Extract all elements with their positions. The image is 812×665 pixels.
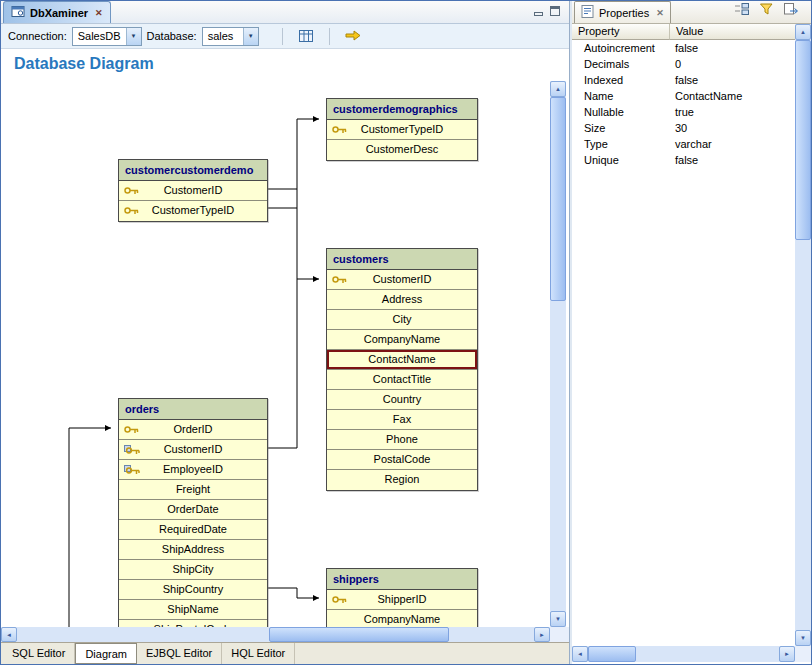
horizontal-scrollbar[interactable]: ◄ ► [572, 646, 795, 662]
tab-ejbql-editor[interactable]: EJBQL Editor [137, 643, 222, 664]
scroll-down-icon[interactable]: ▼ [795, 630, 811, 646]
entity-column-Phone[interactable]: Phone [327, 430, 477, 450]
properties-header: Property Value [572, 24, 795, 40]
entity-column-label: ShipCity [173, 563, 214, 575]
tab-dbxaminer[interactable]: DbXaminer ✕ [3, 1, 111, 23]
restore-default-value-icon[interactable] [783, 2, 799, 18]
connection-select[interactable]: SalesDB ▼ [72, 27, 142, 46]
database-select[interactable]: sales ▼ [202, 27, 259, 46]
scroll-left-icon[interactable]: ◄ [572, 646, 588, 662]
entity-column-CompanyName[interactable]: CompanyName [327, 330, 477, 350]
tab-hql-editor[interactable]: HQL Editor [222, 643, 295, 664]
entity-column-OrderDate[interactable]: OrderDate [119, 500, 267, 520]
entity-table-title[interactable]: orders [119, 399, 267, 420]
scroll-up-icon[interactable]: ▲ [550, 81, 566, 97]
entity-column-RequiredDate[interactable]: RequiredDate [119, 520, 267, 540]
horizontal-scrollbar[interactable]: ◄ ► [1, 627, 550, 642]
property-value: 0 [670, 56, 795, 72]
entity-column-ShipCity[interactable]: ShipCity [119, 560, 267, 580]
show-advanced-properties-icon[interactable] [759, 2, 774, 18]
entity-table-title[interactable]: customercustomerdemo [119, 160, 267, 181]
entity-column-label: Address [382, 293, 422, 305]
scroll-down-icon[interactable]: ▼ [550, 611, 566, 627]
view-buttons [534, 6, 569, 23]
entity-column-Address[interactable]: Address [327, 290, 477, 310]
entity-column-CustomerTypeID[interactable]: CustomerTypeID [119, 201, 267, 221]
entity-column-Region[interactable]: Region [327, 470, 477, 490]
entity-column-ShipPostalCode[interactable]: ShipPostalCode [119, 620, 267, 627]
property-row-size[interactable]: Size30 [572, 120, 795, 136]
entity-column-Fax[interactable]: Fax [327, 410, 477, 430]
vertical-scrollbar[interactable]: ▲ ▼ [550, 81, 566, 627]
entity-table-customercustomerdemo[interactable]: customercustomerdemoCustomerIDCustomerTy… [118, 159, 268, 222]
entity-column-ShipAddress[interactable]: ShipAddress [119, 540, 267, 560]
scroll-left-icon[interactable]: ◄ [1, 627, 17, 642]
tab-properties[interactable]: Properties ✕ [574, 1, 671, 23]
show-categories-icon[interactable] [734, 2, 750, 18]
entity-column-OrderID[interactable]: OrderID [119, 420, 267, 440]
entity-column-ShipperID[interactable]: ShipperID [327, 590, 477, 610]
entity-table-shippers[interactable]: shippersShipperIDCompanyName [326, 568, 478, 627]
sync-icon[interactable] [342, 27, 364, 46]
entity-table-title[interactable]: customers [327, 249, 477, 270]
dropdown-arrow-icon[interactable]: ▼ [126, 28, 141, 45]
entity-column-CustomerTypeID[interactable]: CustomerTypeID [327, 120, 477, 140]
scroll-right-icon[interactable]: ► [779, 646, 795, 662]
entity-column-label: CompanyName [364, 613, 440, 625]
horizontal-scrollbar-thumb[interactable] [588, 646, 636, 662]
application-window: DbXaminer ✕ Connection: SalesDB ▼ Databa… [0, 0, 812, 665]
entity-column-label: CustomerID [164, 443, 223, 455]
property-row-autoincrement[interactable]: Autoincrementfalse [572, 40, 795, 56]
entity-column-ShipName[interactable]: ShipName [119, 600, 267, 620]
entity-column-CompanyName[interactable]: CompanyName [327, 610, 477, 627]
dropdown-arrow-icon[interactable]: ▼ [243, 28, 258, 45]
entity-column-CustomerID[interactable]: CustomerID [119, 440, 267, 460]
entity-column-City[interactable]: City [327, 310, 477, 330]
toolbar-separator [329, 28, 330, 45]
property-row-name[interactable]: NameContactName [572, 88, 795, 104]
horizontal-scrollbar-thumb[interactable] [269, 627, 449, 642]
entity-column-label: Fax [393, 413, 411, 425]
property-row-indexed[interactable]: Indexedfalse [572, 72, 795, 88]
entity-column-EmployeeID[interactable]: EmployeeID [119, 460, 267, 480]
tab-sql-editor[interactable]: SQL Editor [3, 643, 75, 664]
entity-column-Country[interactable]: Country [327, 390, 477, 410]
vertical-scrollbar[interactable]: ▲ ▼ [795, 24, 811, 646]
grid-icon[interactable] [295, 27, 317, 46]
vertical-scrollbar-thumb[interactable] [795, 40, 811, 240]
entity-column-ContactName[interactable]: ContactName [327, 350, 477, 370]
entity-column-label: Freight [176, 483, 210, 495]
column-header-property[interactable]: Property [572, 24, 670, 40]
property-row-type[interactable]: Typevarchar [572, 136, 795, 152]
property-row-unique[interactable]: Uniquefalse [572, 152, 795, 168]
entity-table-title[interactable]: customerdemographics [327, 99, 477, 120]
entity-table-customers[interactable]: customersCustomerIDAddressCityCompanyNam… [326, 248, 478, 491]
vertical-scrollbar-thumb[interactable] [550, 97, 566, 301]
entity-column-CustomerDesc[interactable]: CustomerDesc [327, 140, 477, 160]
property-value: false [670, 72, 795, 88]
property-name: Type [572, 136, 670, 152]
entity-table-title[interactable]: shippers [327, 569, 477, 590]
entity-column-CustomerID[interactable]: CustomerID [119, 181, 267, 201]
property-row-decimals[interactable]: Decimals0 [572, 56, 795, 72]
relationship-lines [1, 49, 569, 627]
maximize-view-icon[interactable] [550, 6, 560, 18]
close-tab-icon[interactable]: ✕ [95, 8, 103, 18]
entity-column-CustomerID[interactable]: CustomerID [327, 270, 477, 290]
scroll-up-icon[interactable]: ▲ [795, 24, 811, 40]
properties-tab-bar: Properties ✕ [572, 1, 811, 24]
column-header-value[interactable]: Value [670, 24, 795, 40]
entity-column-ContactTitle[interactable]: ContactTitle [327, 370, 477, 390]
entity-column-PostalCode[interactable]: PostalCode [327, 450, 477, 470]
scroll-right-icon[interactable]: ► [534, 627, 550, 642]
connection-value: SalesDB [73, 30, 126, 42]
close-tab-icon[interactable]: ✕ [656, 8, 664, 18]
minimize-view-icon[interactable] [534, 6, 543, 18]
entity-table-customerdemographics[interactable]: customerdemographicsCustomerTypeIDCustom… [326, 98, 478, 161]
entity-column-label: CustomerTypeID [361, 123, 444, 135]
entity-column-Freight[interactable]: Freight [119, 480, 267, 500]
property-row-nullable[interactable]: Nullabletrue [572, 104, 795, 120]
entity-table-orders[interactable]: ordersOrderIDCustomerIDEmployeeIDFreight… [118, 398, 268, 627]
entity-column-ShipCountry[interactable]: ShipCountry [119, 580, 267, 600]
tab-diagram[interactable]: Diagram [75, 643, 137, 664]
